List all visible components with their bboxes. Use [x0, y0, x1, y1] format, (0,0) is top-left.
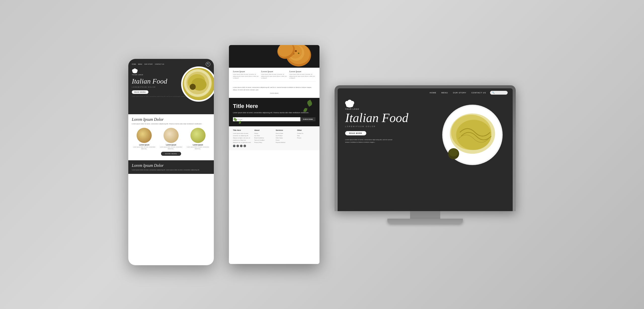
- monitor-stand-neck: [410, 211, 440, 219]
- search-icon: 🔍: [207, 63, 209, 65]
- tablet-card-text-2: Lorem ipsum dolor sit amet, consecte- tu…: [261, 73, 287, 79]
- tablet-divider: [233, 81, 315, 82]
- monitor-hero-title: Italian Food: [345, 111, 440, 124]
- tablet-cards-row: Lorem Ipsum Lorem ipsum dolor sit amet, …: [233, 70, 315, 79]
- food-title-2: Lorem ipsum: [166, 144, 176, 146]
- monitor-hero-content: YOUR LOGO Italian Food LOREMIPSUM DOLOR …: [338, 97, 513, 174]
- pizza-image: [269, 45, 314, 68]
- tablet-card-title-1: Lorem Ipsum: [233, 70, 259, 73]
- leaf-decor-4: [239, 121, 241, 124]
- facebook-icon[interactable]: f: [236, 145, 239, 147]
- monitor-hero-left: YOUR LOGO Italian Food LOREMIPSUM DOLOR …: [345, 100, 440, 171]
- mobile-food-item-1: Lorem ipsum Lorem ipsum dolor sit amet, …: [132, 128, 157, 150]
- svg-point-30: [449, 148, 458, 157]
- tablet-footer: Title Here Lorem ipsum dolor sit amet, c…: [229, 126, 319, 150]
- mobile-footer-title: Lorem Ipsum Dolor: [132, 163, 210, 168]
- monitor-logo-area: YOUR LOGO: [345, 100, 440, 110]
- footer-social-icons: 📷 f t p: [233, 145, 251, 147]
- pinterest-icon[interactable]: p: [244, 145, 246, 147]
- monitor-pasta-area: [440, 100, 505, 171]
- tablet-email-input[interactable]: [233, 117, 300, 121]
- footer-col-3: Services How to OrderOur ProductOrder St…: [276, 129, 294, 147]
- monitor-search-box[interactable]: 🔍: [490, 91, 508, 95]
- tablet-card-2: Lorem Ipsum Lorem ipsum dolor sit amet, …: [261, 70, 287, 79]
- tablet-paragraph: Lorem ipsum dolor sit amet, consectetur …: [233, 86, 315, 91]
- main-scene: HOME MENU OUR STORY CONTACT US 🔍: [0, 0, 644, 309]
- monitor-nav-home[interactable]: HOME: [430, 92, 436, 94]
- monitor-chef-hat-icon: [345, 100, 354, 108]
- footer-col2-items: HistoryOur TeamBrand GuidelinesTerms & C…: [254, 132, 273, 144]
- footer-col3-items: How to OrderOur ProductOrder StatusPromo…: [276, 132, 294, 144]
- tablet-subscribe-button[interactable]: SUBSCRIBE: [300, 117, 315, 121]
- food-image-1: [137, 128, 152, 143]
- svg-point-3: [135, 69, 138, 72]
- monitor-nav-contact[interactable]: CONTACT US: [471, 92, 486, 94]
- tablet-cta-title: Title Here: [233, 103, 315, 109]
- footer-col-1: Title Here Lorem ipsum dolor sit amet, c…: [233, 129, 251, 147]
- food-image-3: [190, 128, 206, 143]
- monitor-read-more-button[interactable]: READ MORE: [345, 131, 366, 135]
- tablet-top-hero: [229, 45, 319, 68]
- mobile-mockup: HOME MENU OUR STORY CONTACT US 🔍: [128, 59, 214, 265]
- mobile-nav-links: HOME MENU OUR STORY CONTACT US: [132, 63, 164, 65]
- tablet-card-text-1: Lorem ipsum dolor sit amet, consecte- tu…: [233, 73, 259, 79]
- footer-col1-text: Lorem ipsum dolor sit amet, consecte- tu…: [233, 132, 251, 144]
- tablet-subscribe-row: SUBSCRIBE: [233, 117, 315, 121]
- mobile-section-title: Lorem Ipsum Dolor: [132, 117, 210, 122]
- mobile-search-button[interactable]: 🔍: [206, 62, 210, 66]
- mobile-footer-text: Lorem ipsum dolor sit amet, consectetur …: [132, 169, 210, 171]
- tablet-card-text-3: Lorem ipsum dolor sit amet, consecte- tu…: [289, 73, 315, 79]
- monitor-search-icon: 🔍: [492, 92, 495, 94]
- footer-col2-title: About: [254, 129, 273, 131]
- tablet-dark-cta: Title Here Lorem ipsum dolor sit amet, c…: [229, 98, 319, 126]
- tablet-lorem-link[interactable]: Lorem ipsum: [233, 92, 315, 94]
- instagram-icon[interactable]: 📷: [233, 145, 235, 147]
- food-desc-1: Lorem ipsum dolor sit amet, consectetur …: [132, 146, 157, 150]
- monitor-nav-links: HOME MENU OUR STORY CONTACT US: [430, 92, 486, 94]
- footer-col-4: Other Contact UsHelpPrivacy: [297, 129, 315, 147]
- show-more-button[interactable]: SHOW MORE: [161, 152, 181, 156]
- monitor-nav: HOME MENU OUR STORY CONTACT US 🔍: [338, 88, 513, 97]
- mobile-nav-contact[interactable]: CONTACT US: [155, 63, 164, 65]
- monitor-frame: HOME MENU OUR STORY CONTACT US 🔍: [335, 85, 516, 211]
- twitter-icon[interactable]: t: [240, 145, 243, 147]
- tablet-mockup: Lorem Ipsum Lorem ipsum dolor sit amet, …: [229, 45, 319, 264]
- mobile-read-more-button[interactable]: READ MORE: [132, 90, 148, 94]
- tablet-card-3: Lorem Ipsum Lorem ipsum dolor sit amet, …: [289, 70, 315, 79]
- monitor-nav-menu[interactable]: MENU: [441, 92, 448, 94]
- tablet-paragraph-section: Lorem ipsum dolor sit amet, consectetur …: [229, 86, 319, 98]
- mobile-nav: HOME MENU OUR STORY CONTACT US 🔍: [128, 59, 214, 66]
- mobile-nav-story[interactable]: OUR STORY: [144, 63, 153, 65]
- svg-point-28: [456, 120, 491, 150]
- monitor-body-text: Lorem ipsum dolor sit amet, consectetur …: [345, 138, 395, 143]
- chef-hat-icon: [132, 68, 138, 73]
- svg-rect-23: [346, 105, 353, 107]
- footer-col-2: About HistoryOur TeamBrand GuidelinesTer…: [254, 129, 273, 147]
- mobile-dark-footer: Lorem Ipsum Dolor Lorem ipsum dolor sit …: [128, 160, 214, 174]
- tablet-card-title-3: Lorem Ipsum: [289, 70, 315, 73]
- footer-col3-title: Services: [276, 129, 294, 131]
- mobile-pasta-image: [181, 66, 214, 102]
- svg-point-14: [295, 50, 297, 52]
- mobile-logo-text: YOUR LOGO: [132, 74, 143, 75]
- tablet-cta-text: Lorem ipsum dolor sit amet, consectetur …: [233, 111, 315, 114]
- mobile-hero: HOME MENU OUR STORY CONTACT US 🔍: [128, 59, 214, 114]
- mobile-white-section: Lorem Ipsum Dolor Lorem ipsum dolor sit …: [128, 114, 214, 160]
- monitor-hero-subtitle: LOREMIPSUM DOLOR: [345, 126, 440, 127]
- footer-col4-title: Other: [297, 129, 315, 131]
- food-image-2: [164, 128, 179, 143]
- mobile-food-items: Lorem ipsum Lorem ipsum dolor sit amet, …: [132, 128, 210, 150]
- svg-point-15: [298, 53, 299, 54]
- tablet-card-1: Lorem Ipsum Lorem ipsum dolor sit amet, …: [233, 70, 259, 79]
- mobile-nav-menu[interactable]: MENU: [138, 63, 142, 65]
- footer-col4-items: Contact UsHelpPrivacy: [297, 132, 315, 139]
- footer-col1-title: Title Here: [233, 129, 251, 131]
- mobile-nav-home[interactable]: HOME: [132, 63, 136, 65]
- monitor-logo-text: YOUR LOGO: [345, 108, 359, 110]
- svg-rect-4: [133, 72, 137, 73]
- monitor-stand-base: [387, 219, 463, 224]
- food-title-3: Lorem ipsum: [193, 144, 203, 146]
- monitor-wrapper: HOME MENU OUR STORY CONTACT US 🔍: [335, 85, 516, 224]
- monitor-screen: HOME MENU OUR STORY CONTACT US 🔍: [338, 88, 513, 211]
- monitor-nav-story[interactable]: OUR STORY: [453, 92, 466, 94]
